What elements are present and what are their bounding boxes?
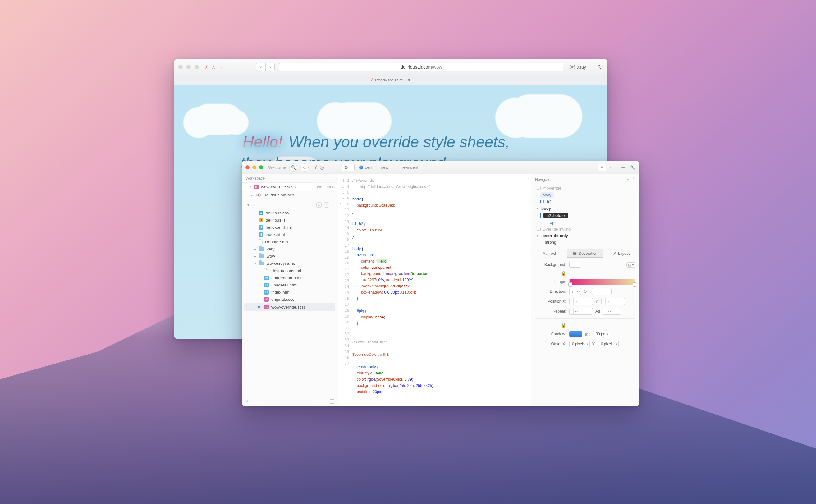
repeat-select[interactable]: ▴▾ xyxy=(569,308,593,315)
nav-item[interactable]: h1, h2 xyxy=(534,199,637,205)
open-tab-active[interactable]: × S wow-override.scss xyxy=(242,182,314,191)
wrench-icon[interactable]: 🔧 xyxy=(630,165,635,170)
comment-icon xyxy=(536,227,541,231)
shadow-color-swatch[interactable] xyxy=(569,331,582,337)
folder-item[interactable]: ▾wow.esdynamo xyxy=(242,260,338,267)
menu-reindent[interactable]: re-indent ⌄ xyxy=(401,164,424,170)
file-item-selected[interactable]: Swow-override.scss⋯ xyxy=(244,303,335,311)
blur-icon: ◐ : xyxy=(585,332,590,337)
dropdown-chevron-icon[interactable]: ⌄ xyxy=(327,166,330,169)
dropdown-chevron-icon[interactable]: ⌄ xyxy=(220,65,222,69)
smiley-button[interactable]: ☺ xyxy=(300,163,309,172)
nav-item[interactable]: strong xyxy=(534,239,637,245)
workspace-header[interactable]: Workspace › xyxy=(242,174,338,182)
app-glyph-icon: / xyxy=(205,64,208,70)
target-icon[interactable]: ◎ xyxy=(320,164,324,170)
nav-group[interactable]: ▾body xyxy=(534,205,637,212)
preview-icon[interactable]: ⵃ xyxy=(316,202,322,208)
file-item[interactable]: Jdelirious.js xyxy=(242,217,338,224)
nav-item-selected[interactable]: h2::before xyxy=(534,212,637,219)
scheme-picker[interactable]: zen xyxy=(358,164,373,170)
file-item[interactable]: Soriginal.scss xyxy=(242,296,338,303)
inspector-tabs: AₐText ▣Decoration ⤢Layout xyxy=(531,249,639,258)
tab-decoration[interactable]: ▣Decoration xyxy=(567,249,603,258)
rotate-input[interactable] xyxy=(592,288,612,295)
search-button[interactable]: 🔍 xyxy=(289,163,297,172)
hash-chevron-icon[interactable]: ▾ xyxy=(610,166,612,169)
code-editor[interactable]: 1 2 3 4 5 6 7 8 9 10 11 12 13 14 15 16 1… xyxy=(338,174,531,406)
file-icon xyxy=(264,268,268,273)
position-x-select[interactable]: ▾ xyxy=(569,298,593,305)
tab-text[interactable]: AₐText xyxy=(531,249,567,258)
line-gutter: 1 2 3 4 5 6 7 8 9 10 11 12 13 14 15 16 1… xyxy=(338,174,352,406)
nav-group[interactable]: ▾.override-only xyxy=(534,232,637,239)
gradient-stop-end[interactable] xyxy=(633,282,636,287)
reload-button[interactable]: ↻ xyxy=(598,64,603,71)
file-item[interactable]: Hindex.html xyxy=(242,231,338,238)
branch-icon[interactable]: ⑂ xyxy=(245,399,248,404)
gradient-editor[interactable] xyxy=(569,279,635,285)
tab-layout[interactable]: ⤢Layout xyxy=(603,249,639,258)
file-item[interactable]: ReadMe.md xyxy=(242,238,338,245)
package-icon[interactable] xyxy=(330,399,334,404)
attachment-select[interactable]: ▴▾ xyxy=(603,308,621,315)
settings-dropdown[interactable]: ⚙︎ ▾ xyxy=(342,164,355,171)
css-badge-icon: C xyxy=(259,211,263,215)
file-item[interactable]: Hhello-zen.html xyxy=(242,224,338,231)
lock-icon[interactable]: 🔒 xyxy=(561,271,566,276)
nav-forward-button[interactable]: › xyxy=(265,63,275,71)
label-background: Background: xyxy=(535,263,566,267)
sidebar-toggle-icon[interactable] xyxy=(621,166,626,169)
nav-back-forward[interactable]: ‹ › xyxy=(256,63,275,71)
lock-icon[interactable]: 🔒 xyxy=(561,323,566,328)
nav-item[interactable]: body xyxy=(534,191,637,199)
project-header[interactable]: Project › ⵃ⌗⌄ xyxy=(242,200,338,209)
file-icon xyxy=(259,239,263,244)
browser-tabbar[interactable]: / Ready for Take-Off xyxy=(174,75,607,85)
code-content[interactable]: /* @override http://deliriousair.com/wow… xyxy=(352,174,531,406)
xray-toggle[interactable]: Xray xyxy=(568,65,588,70)
folder-icon xyxy=(259,262,264,265)
editor-window: Welcome 🔍 ☺ / ◎ ⌄ ⚙︎ ▾ zen new ⌄ re-inde… xyxy=(242,161,639,406)
compass-icon xyxy=(256,193,261,197)
shadow-size-input[interactable]: 30 px▾ xyxy=(593,331,610,337)
nav-comment[interactable]: @override xyxy=(534,185,637,191)
file-item[interactable]: Cdelirious.css xyxy=(242,209,338,217)
inspector-form: Background: ▤ ▾ 🔒 Image: Direction: ↓▴▾ … xyxy=(531,258,639,347)
traffic-lights[interactable] xyxy=(178,65,199,69)
nav-item[interactable]: #pig xyxy=(534,219,637,226)
html-badge-icon: H xyxy=(264,290,269,295)
app-glyph-icon: / xyxy=(315,164,317,170)
file-item[interactable]: _instructions.md xyxy=(242,267,338,274)
label-repeat: Repeat: xyxy=(535,309,566,314)
background-menu[interactable]: ▤ ▾ xyxy=(626,262,635,268)
folder-item[interactable]: ▸very xyxy=(242,245,338,253)
direction-select[interactable]: ↓▴▾ xyxy=(569,288,581,295)
rotate-icon: ↻ : xyxy=(584,289,589,294)
nav-back-button[interactable]: ‹ xyxy=(256,63,265,71)
scss-badge-icon: S xyxy=(254,185,259,189)
file-item[interactable]: H_pagetail.html xyxy=(242,282,338,289)
hash-button[interactable]: # xyxy=(598,164,606,171)
address-bar[interactable]: deliriousair.com/wow xyxy=(279,63,563,71)
file-item[interactable]: H_pagehead.html xyxy=(242,274,338,282)
gradient-stop-start[interactable] xyxy=(568,282,572,287)
filter-icon[interactable]: ⑂ xyxy=(633,177,635,182)
menu-new[interactable]: new ⌄ xyxy=(379,164,394,170)
add-button[interactable]: + xyxy=(625,177,630,182)
folder-item[interactable]: ▸wow xyxy=(242,253,338,260)
target-icon[interactable]: ◎ xyxy=(211,64,216,70)
open-tab-inactive[interactable]: wo…amo xyxy=(314,182,338,191)
scan-icon[interactable]: ⌗ xyxy=(324,202,329,208)
background-swatch[interactable] xyxy=(569,262,580,268)
offset-x-input[interactable]: 0 pixels▾ xyxy=(569,341,590,347)
nav-comment[interactable]: Override styling xyxy=(534,226,637,232)
url-host: deliriousair.com xyxy=(401,65,432,70)
file-item[interactable]: Hindex.html xyxy=(242,289,338,296)
position-y-select[interactable]: ▾ xyxy=(601,298,625,305)
close-icon[interactable]: × xyxy=(249,185,251,189)
workspace-item[interactable]: ▸ Delirious Airlines xyxy=(242,191,338,199)
offset-y-input[interactable]: 0 pixels▾ xyxy=(598,341,619,347)
traffic-lights[interactable] xyxy=(245,165,263,169)
html-badge-icon: H xyxy=(259,232,263,237)
